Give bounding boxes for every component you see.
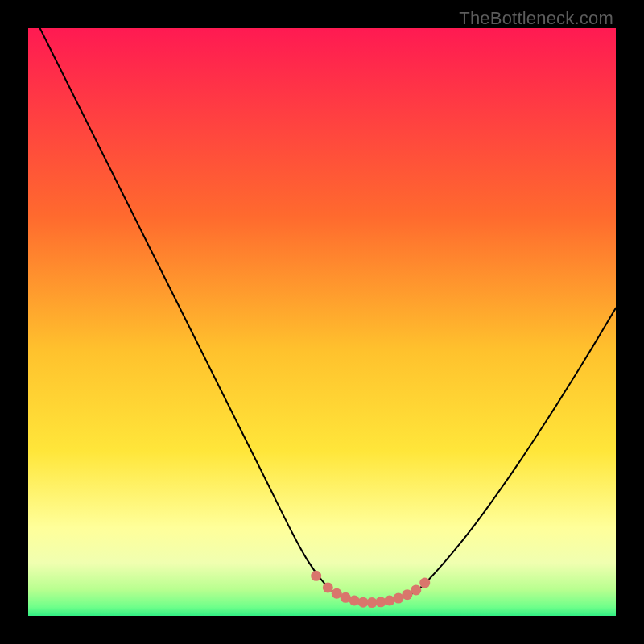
- chart-plot-area: [28, 28, 616, 616]
- chart-curve-layer: [28, 28, 616, 616]
- watermark-text: TheBottleneck.com: [459, 8, 613, 29]
- chart-frame: TheBottleneck.com: [0, 0, 644, 644]
